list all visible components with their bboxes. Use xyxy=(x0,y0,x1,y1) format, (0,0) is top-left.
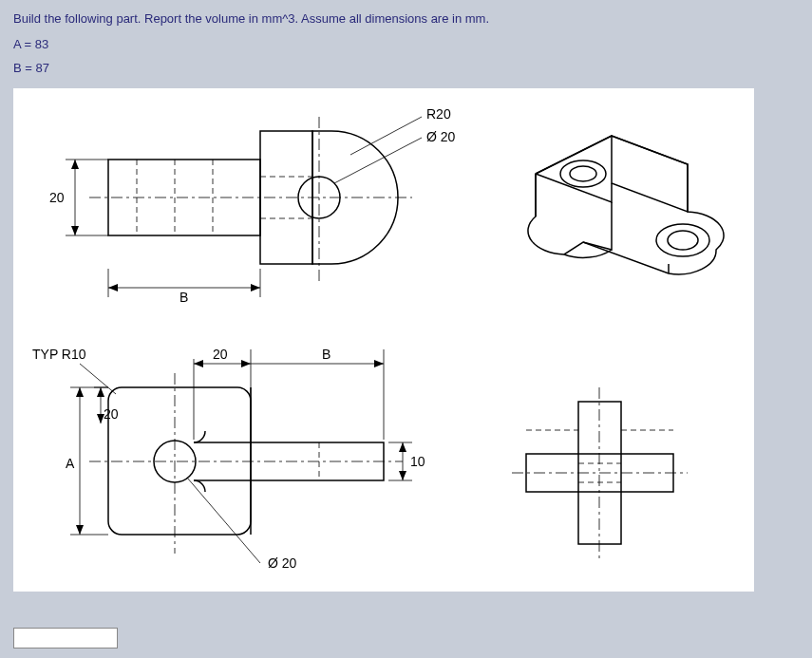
dim-20-top: 20 xyxy=(49,190,65,205)
svg-marker-21 xyxy=(251,284,260,291)
param-B: B = 87 xyxy=(0,57,812,81)
svg-point-58 xyxy=(656,224,709,256)
svg-marker-15 xyxy=(71,160,79,169)
svg-marker-20 xyxy=(108,284,118,291)
dim-dia20-top: Ø 20 xyxy=(426,129,456,144)
svg-point-59 xyxy=(668,231,698,250)
svg-line-10 xyxy=(350,117,422,155)
svg-marker-16 xyxy=(71,226,79,235)
svg-line-32 xyxy=(80,364,116,394)
answer-field-container xyxy=(13,628,118,649)
front-view: R20 Ø 20 20 B xyxy=(49,106,456,305)
svg-rect-22 xyxy=(108,387,251,535)
top-view: TYP R10 20 B 20 A 10 Ø 20 xyxy=(32,347,425,571)
svg-line-55 xyxy=(187,478,260,563)
dim-20-mid: 20 xyxy=(213,347,228,362)
svg-marker-37 xyxy=(241,360,251,367)
dim-20-v: 20 xyxy=(104,406,119,422)
side-view xyxy=(512,387,688,558)
svg-marker-40 xyxy=(374,360,384,367)
dim-10: 10 xyxy=(410,454,425,469)
dim-typ-r10: TYP R10 xyxy=(32,347,86,362)
svg-line-11 xyxy=(334,138,422,183)
svg-marker-43 xyxy=(97,387,104,397)
drawing-panel: R20 Ø 20 20 B xyxy=(13,88,754,592)
svg-marker-53 xyxy=(399,442,406,452)
dim-B-top: B xyxy=(179,290,188,305)
svg-marker-48 xyxy=(76,387,84,397)
dim-A: A xyxy=(66,456,75,471)
dim-dia20-bottom: Ø 20 xyxy=(268,555,297,571)
dim-R20: R20 xyxy=(426,106,451,122)
svg-marker-54 xyxy=(399,471,406,480)
svg-marker-49 xyxy=(76,525,84,535)
question-prompt: Build the following part. Report the vol… xyxy=(0,0,812,33)
param-A: A = 83 xyxy=(0,33,812,57)
dim-B-mid: B xyxy=(322,347,330,362)
svg-marker-36 xyxy=(194,360,203,367)
svg-point-56 xyxy=(560,160,606,187)
svg-point-57 xyxy=(570,166,596,181)
isometric-view xyxy=(528,136,724,274)
answer-input[interactable] xyxy=(14,629,117,648)
engineering-drawing: R20 Ø 20 20 B xyxy=(13,88,754,592)
